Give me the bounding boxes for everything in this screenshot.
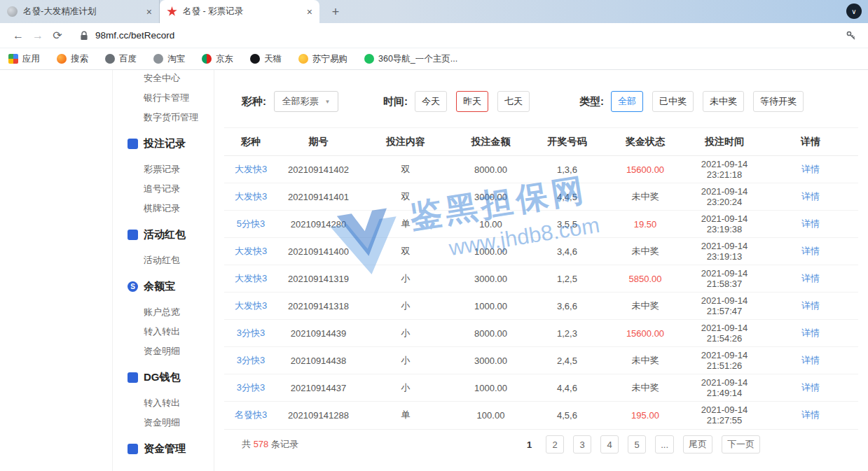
bookmark-label: 搜索 <box>71 53 88 65</box>
sidebar-header-label: 余额宝 <box>144 280 175 293</box>
sidebar-header-bet-records[interactable]: 投注记录 <box>113 134 214 153</box>
sidebar-item-transfer[interactable]: 转入转出 <box>113 322 214 342</box>
sidebar-item-chase-records[interactable]: 追号记录 <box>113 179 214 199</box>
page-1-button[interactable]: 1 <box>522 435 537 454</box>
time-filter-label: 时间: <box>383 95 408 108</box>
new-tab-button[interactable]: + <box>326 3 345 21</box>
period-number: 202109141288 <box>277 402 359 429</box>
tab-title: 名發 - 彩票记录 <box>183 6 303 17</box>
360-icon <box>364 54 374 64</box>
bookmark-apps[interactable]: 应用 <box>8 53 40 65</box>
sidebar-item-security-center[interactable]: 安全中心 <box>113 70 214 88</box>
detail-link[interactable]: 详情 <box>801 273 820 283</box>
bet-time: 2021-09-14 23:19:13 <box>686 238 763 265</box>
main-panel: 彩种: 全部彩票 ▼ 时间: 今天 昨天 七天 类型: 全部 已中奖 未中奖 等… <box>224 70 858 471</box>
sidebar-item-boardgame-records[interactable]: 棋牌记录 <box>113 199 214 218</box>
table-row: 3分快3 20210914438 小 3000.00 2,4,5 未中奖 202… <box>224 347 858 374</box>
bookmark-360nav[interactable]: 360导航_一个主页... <box>364 53 457 65</box>
detail-cell: 详情 <box>763 374 858 402</box>
address-url[interactable]: 98mf.cc/betRecord <box>95 30 846 41</box>
page-ellipsis-button[interactable]: ... <box>655 435 674 454</box>
back-icon[interactable]: ← <box>8 29 28 42</box>
key-icon[interactable] <box>846 30 857 41</box>
page-content: 安全中心 银行卡管理 数字货币管理 投注记录 彩票记录 追号记录 棋牌记录 活动… <box>0 70 868 471</box>
bookmark-taobao[interactable]: 淘宝 <box>153 53 185 65</box>
time-yesterday-button[interactable]: 昨天 <box>456 91 488 112</box>
prize-status: 15600.00 <box>605 320 686 347</box>
close-icon[interactable]: × <box>146 7 152 17</box>
sidebar-item-funds-detail[interactable]: 资金明细 <box>113 342 214 361</box>
table-row: 大发快3 202109141400 双 1000.00 3,4,6 未中奖 20… <box>224 238 858 265</box>
time-seven-days-button[interactable]: 七天 <box>497 91 530 112</box>
browser-circle-chevron-button[interactable]: ∨ <box>846 3 862 19</box>
prize-status: 15600.00 <box>605 156 686 183</box>
refresh-icon[interactable]: ⟳ <box>48 29 67 42</box>
detail-link[interactable]: 详情 <box>801 328 820 338</box>
funds-manage-icon <box>128 444 138 454</box>
period-number: 20210914437 <box>277 374 359 402</box>
sidebar-item-lottery-records[interactable]: 彩票记录 <box>113 160 214 179</box>
page-4-button[interactable]: 4 <box>600 435 619 454</box>
period-number: 20210914280 <box>277 211 359 238</box>
detail-link[interactable]: 详情 <box>801 300 820 311</box>
lottery-name: 5分快3 <box>224 211 277 238</box>
sidebar-item-dg-funds-detail[interactable]: 资金明细 <box>113 413 214 433</box>
type-pending-button[interactable]: 等待开奖 <box>753 91 804 112</box>
type-won-button[interactable]: 已中奖 <box>652 91 694 112</box>
close-icon[interactable]: × <box>307 7 312 17</box>
sidebar-header-red-packet[interactable]: 活动红包 <box>113 225 214 244</box>
sidebar-header-dg-wallet[interactable]: DG钱包 <box>113 367 214 387</box>
bookmark-baidu[interactable]: 百度 <box>105 53 137 65</box>
type-all-button[interactable]: 全部 <box>611 91 643 112</box>
sidebar-item-bank-card[interactable]: 银行卡管理 <box>113 88 214 108</box>
detail-link[interactable]: 详情 <box>801 382 820 393</box>
period-number: 202109141402 <box>277 156 359 183</box>
detail-cell: 详情 <box>763 402 858 429</box>
suning-icon <box>298 54 308 64</box>
bookmark-suning[interactable]: 苏宁易购 <box>298 53 347 65</box>
page-2-button[interactable]: 2 <box>546 435 564 454</box>
sidebar-header-funds-manage[interactable]: 资金管理 <box>113 439 214 458</box>
prize-status: 未中奖 <box>605 374 686 402</box>
detail-link[interactable]: 详情 <box>801 191 820 202</box>
prize-status: 19.50 <box>605 211 686 238</box>
bet-amount: 3000.00 <box>452 347 530 374</box>
page-3-button[interactable]: 3 <box>573 435 591 454</box>
col-header-lottery: 彩种 <box>224 128 277 156</box>
bet-time: 2021-09-14 21:27:55 <box>686 402 763 429</box>
detail-cell: 详情 <box>763 320 858 347</box>
sidebar-item-dg-transfer[interactable]: 转入转出 <box>113 393 214 413</box>
tab-favicon <box>7 6 18 17</box>
sidebar-header-yuebao[interactable]: S 余额宝 <box>113 276 214 296</box>
lottery-name: 3分快3 <box>224 347 277 374</box>
bet-content: 双 <box>359 238 452 265</box>
bookmark-label: 京东 <box>216 53 233 65</box>
bookmark-tmall[interactable]: 天猫 <box>250 53 282 65</box>
lottery-select[interactable]: 全部彩票 ▼ <box>274 91 338 112</box>
last-page-button[interactable]: 尾页 <box>683 435 712 454</box>
lottery-name: 大发快3 <box>224 183 277 211</box>
bet-amount: 10.00 <box>452 211 530 238</box>
bet-content: 小 <box>359 293 452 320</box>
detail-link[interactable]: 详情 <box>801 246 820 256</box>
detail-cell: 详情 <box>763 347 858 374</box>
detail-cell: 详情 <box>763 265 858 293</box>
time-today-button[interactable]: 今天 <box>415 91 447 112</box>
bookmark-jd[interactable]: 京东 <box>202 53 233 65</box>
page-5-button[interactable]: 5 <box>628 435 646 454</box>
detail-link[interactable]: 详情 <box>801 218 820 229</box>
bet-records-icon <box>128 139 138 149</box>
bookmark-sogou[interactable]: 搜索 <box>57 53 88 65</box>
sidebar-item-account-overview[interactable]: 账户总览 <box>113 302 214 322</box>
tab-bet-record[interactable]: 名發 - 彩票记录 × <box>160 0 319 23</box>
type-lost-button[interactable]: 未中奖 <box>703 91 744 112</box>
detail-link[interactable]: 详情 <box>801 409 820 420</box>
tab-dafa-plan[interactable]: 名發-大发精准计划 × <box>0 0 160 23</box>
sidebar-item-red-packet[interactable]: 活动红包 <box>113 251 214 270</box>
detail-link[interactable]: 详情 <box>801 164 820 174</box>
lottery-name: 3分快3 <box>224 320 277 347</box>
detail-link[interactable]: 详情 <box>801 355 820 365</box>
next-page-button[interactable]: 下一页 <box>722 435 760 454</box>
sidebar-item-digital-currency[interactable]: 数字货币管理 <box>113 108 214 127</box>
forward-icon[interactable]: → <box>28 29 48 42</box>
